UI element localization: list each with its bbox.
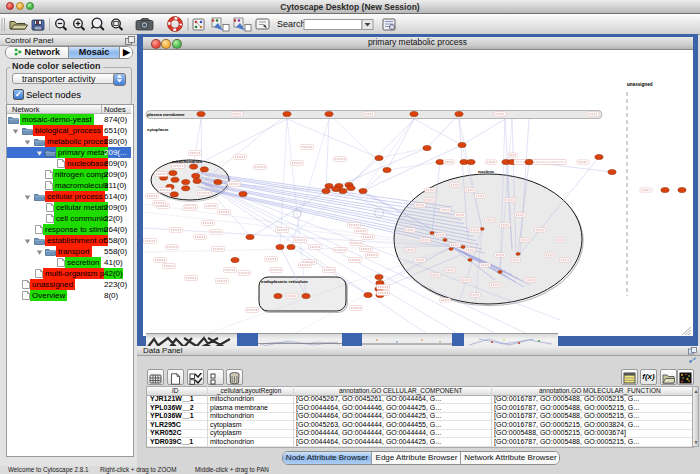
svg-text:mitochondrion: mitochondrion: [172, 159, 202, 164]
svg-text:unassigned: unassigned: [627, 82, 653, 87]
svg-text:plasma membrane: plasma membrane: [147, 112, 185, 117]
svg-text:endoplasmic reticulum: endoplasmic reticulum: [261, 279, 308, 284]
svg-text:cytoplasm: cytoplasm: [147, 127, 168, 132]
svg-text:nucleus: nucleus: [478, 169, 495, 174]
svg-text:Search:: Search:: [277, 19, 308, 29]
